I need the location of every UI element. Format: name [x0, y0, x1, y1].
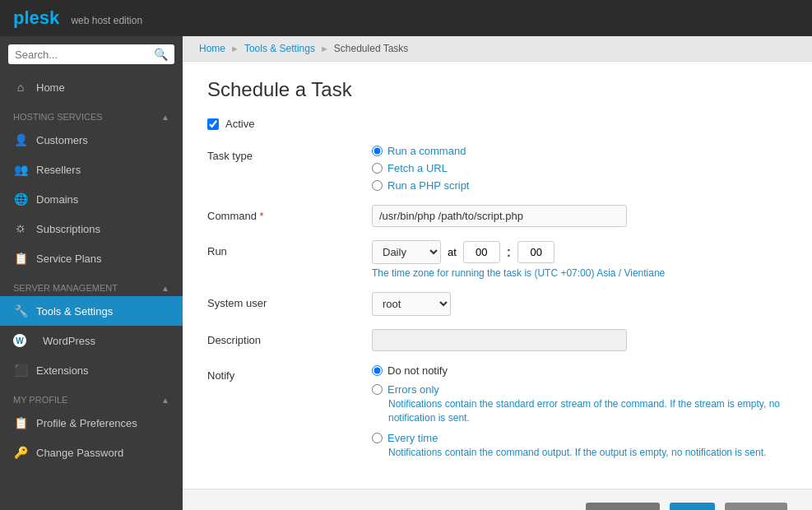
system-user-select[interactable]: root www-data	[372, 292, 451, 316]
description-input[interactable]	[372, 329, 627, 351]
breadcrumb-home[interactable]: Home	[199, 43, 225, 54]
active-row: Active	[207, 118, 787, 130]
task-type-controls: Run a command Fetch a URL Run a PHP scri…	[372, 145, 787, 192]
command-controls	[372, 205, 787, 227]
sidebar-item-subscriptions[interactable]: ⛭ Subscriptions	[0, 214, 183, 243]
sidebar-item-home[interactable]: ⌂ Home	[0, 72, 183, 102]
task-type-label: Task type	[207, 145, 372, 162]
sidebar-item-profile-preferences[interactable]: 📋 Profile & Preferences	[0, 408, 183, 438]
radio-fetch-url: Fetch a URL	[372, 162, 787, 174]
notify-controls: Do not notify Errors only Notifications …	[372, 364, 787, 459]
timezone-note: The time zone for running the task is (U…	[372, 267, 787, 279]
description-row: Description	[207, 329, 787, 351]
notify-group: Do not notify Errors only Notifications …	[372, 364, 787, 459]
breadcrumb-current: Scheduled Tasks	[334, 43, 409, 54]
system-user-row: System user root www-data	[207, 292, 787, 316]
service-plans-icon: 📋	[13, 252, 28, 265]
radio-fetch-url-label: Fetch a URL	[387, 162, 448, 174]
cancel-button[interactable]: Cancel	[725, 503, 787, 510]
task-type-radio-group: Run a command Fetch a URL Run a PHP scri…	[372, 145, 787, 192]
sidebar-item-customers[interactable]: 👤 Customers	[0, 125, 183, 155]
run-frequency-select[interactable]: Daily Hourly Weekly Monthly	[372, 240, 441, 264]
system-user-label: System user	[207, 292, 372, 309]
command-label: Command	[207, 205, 372, 222]
run-controls: Daily Hourly Weekly Monthly at : The tim…	[372, 240, 787, 279]
breadcrumb: Home ► Tools & Settings ► Scheduled Task…	[183, 36, 812, 62]
radio-run-command-input[interactable]	[372, 146, 383, 156]
command-row: Command	[207, 205, 787, 227]
active-checkbox[interactable]	[207, 118, 219, 130]
notify-errors: Errors only Notifications contain the st…	[372, 383, 787, 425]
search-box: 🔍	[0, 36, 183, 72]
chevron-up-icon-2: ▲	[161, 284, 169, 293]
radio-run-php-label: Run a PHP script	[387, 179, 469, 192]
sidebar-section-profile: My Profile ▲	[0, 385, 183, 408]
radio-fetch-url-input[interactable]	[372, 163, 383, 174]
search-icon: 🔍	[154, 48, 168, 61]
command-input[interactable]	[372, 205, 627, 227]
notify-errors-desc: Notifications contain the standard error…	[388, 397, 783, 425]
sidebar-item-tools[interactable]: 🔧 Tools & Settings	[0, 296, 183, 326]
description-label: Description	[207, 329, 372, 346]
run-now-button[interactable]: Run Now	[586, 503, 659, 510]
radio-run-command-label: Run a command	[387, 145, 466, 157]
radio-run-command: Run a command	[372, 145, 787, 157]
radio-do-not-notify[interactable]	[372, 365, 383, 376]
breadcrumb-tools[interactable]: Tools & Settings	[244, 43, 315, 54]
description-controls	[372, 329, 787, 351]
resellers-icon: 👥	[13, 163, 28, 176]
notify-label: Notify	[207, 364, 372, 382]
system-user-controls: root www-data	[372, 292, 787, 316]
sidebar-item-extensions[interactable]: ⬛ Extensions	[0, 355, 183, 385]
form-footer: * Required fields Run Now OK Cancel	[183, 489, 812, 510]
main-content: Home ► Tools & Settings ► Scheduled Task…	[183, 36, 812, 510]
customers-icon: 👤	[13, 133, 28, 146]
minute-input[interactable]	[517, 241, 554, 263]
subscriptions-icon: ⛭	[13, 222, 28, 235]
ok-button[interactable]: OK	[670, 503, 715, 510]
tools-icon: 🔧	[13, 304, 28, 318]
at-label: at	[448, 246, 457, 258]
sidebar: 🔍 ⌂ Home Hosting Services ▲ 👤 Customers …	[0, 36, 183, 510]
profile-prefs-icon: 📋	[13, 416, 28, 429]
chevron-up-icon-3: ▲	[161, 396, 169, 405]
sidebar-item-wordpress[interactable]: W WordPress	[0, 326, 183, 355]
run-label: Run	[207, 240, 372, 257]
breadcrumb-sep-1: ►	[230, 44, 239, 53]
notify-every-time: Every time Notifications contain the com…	[372, 432, 787, 460]
run-row: Run Daily Hourly Weekly Monthly at :	[207, 240, 787, 279]
home-icon: ⌂	[13, 81, 28, 94]
radio-every-time[interactable]	[372, 433, 383, 443]
sidebar-item-change-password[interactable]: 🔑 Change Password	[0, 438, 183, 467]
search-input[interactable]	[15, 49, 154, 61]
breadcrumb-sep-2: ►	[320, 44, 329, 53]
wordpress-icon: W	[13, 334, 26, 347]
form-content: Schedule a Task Active Task type Run a c…	[183, 62, 812, 489]
notify-errors-label: Errors only	[387, 383, 439, 396]
hour-input[interactable]	[463, 241, 500, 263]
page-title: Schedule a Task	[207, 78, 787, 101]
password-icon: 🔑	[13, 446, 28, 459]
notify-every-time-label: Every time	[387, 432, 438, 444]
chevron-up-icon: ▲	[161, 113, 169, 122]
radio-errors-only[interactable]	[372, 384, 383, 395]
task-type-row: Task type Run a command Fetch a URL	[207, 145, 787, 192]
notify-do-not-label: Do not notify	[387, 364, 448, 377]
extensions-icon: ⬛	[13, 364, 28, 377]
notify-row: Notify Do not notify Errors on	[207, 364, 787, 459]
notify-do-not: Do not notify	[372, 364, 787, 377]
time-separator: :	[507, 245, 511, 260]
active-label: Active	[225, 118, 254, 130]
globe-icon: 🌐	[13, 192, 28, 206]
logo: plesk web host edition	[13, 7, 142, 29]
sidebar-section-server: Server Management ▲	[0, 273, 183, 296]
topbar: plesk web host edition	[0, 0, 812, 36]
sidebar-item-domains[interactable]: 🌐 Domains	[0, 184, 183, 214]
sidebar-item-service-plans[interactable]: 📋 Service Plans	[0, 243, 183, 273]
sidebar-section-hosting: Hosting Services ▲	[0, 102, 183, 125]
radio-run-php: Run a PHP script	[372, 179, 787, 192]
run-inputs: Daily Hourly Weekly Monthly at :	[372, 240, 787, 264]
notify-every-time-desc: Notifications contain the command output…	[388, 446, 783, 460]
radio-run-php-input[interactable]	[372, 180, 383, 191]
sidebar-item-resellers[interactable]: 👥 Resellers	[0, 155, 183, 184]
